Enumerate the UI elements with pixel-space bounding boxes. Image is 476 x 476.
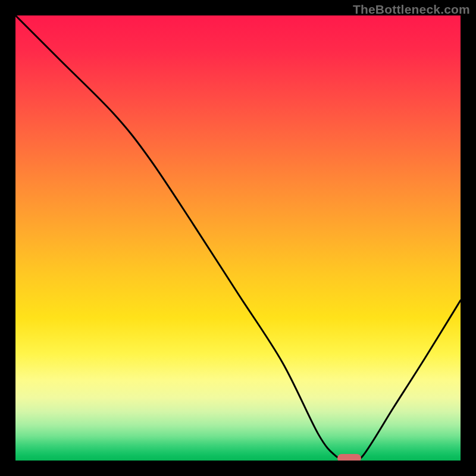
optimal-point-marker <box>337 454 361 461</box>
plot-area <box>15 15 461 461</box>
bottleneck-curve <box>15 15 461 461</box>
watermark-text: TheBottleneck.com <box>353 2 470 17</box>
bottleneck-curve-svg <box>15 15 461 461</box>
chart-frame: TheBottleneck.com <box>0 0 476 476</box>
